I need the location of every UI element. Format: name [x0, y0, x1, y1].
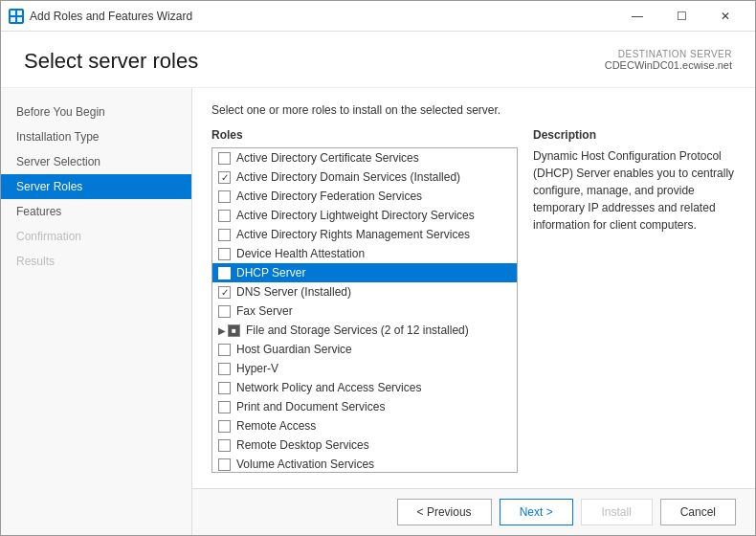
header-section: Select server roles DESTINATION SERVER C…	[1, 32, 755, 88]
checkbox-fax[interactable]	[218, 305, 231, 318]
next-button[interactable]: Next >	[500, 499, 573, 525]
page-title: Select server roles	[24, 49, 198, 74]
role-label-print-doc: Print and Document Services	[236, 400, 385, 413]
checkbox-remote-desktop[interactable]	[218, 439, 231, 452]
role-item-ad-domain[interactable]: Active Directory Domain Services (Instal…	[212, 168, 517, 187]
role-label-network-policy: Network Policy and Access Services	[236, 381, 421, 394]
roles-section: Roles Active Directory Certificate Servi…	[211, 128, 518, 473]
expand-icon-file-storage: ▶	[218, 325, 226, 336]
role-label-ad-domain: Active Directory Domain Services (Instal…	[236, 170, 460, 184]
svg-rect-0	[11, 11, 15, 15]
minimize-button[interactable]: —	[615, 1, 659, 32]
role-item-remote-access[interactable]: Remote Access	[212, 416, 517, 436]
app-icon	[9, 9, 24, 24]
window-title: Add Roles and Features Wizard	[30, 10, 615, 23]
footer: < Previous Next > Install Cancel	[192, 488, 755, 535]
role-label-hyper-v: Hyper-V	[236, 362, 278, 375]
sidebar-item-confirmation: Confirmation	[1, 224, 191, 249]
role-item-volume-activation[interactable]: Volume Activation Services	[212, 455, 517, 473]
panel-content: Select one or more roles to install on t…	[192, 88, 755, 488]
main-body: Before You Begin Installation Type Serve…	[1, 88, 755, 535]
checkbox-ad-federation[interactable]	[218, 190, 231, 203]
checkbox-ad-rights[interactable]	[218, 229, 231, 241]
checkbox-remote-access[interactable]	[218, 420, 231, 433]
sidebar-item-server-selection[interactable]: Server Selection	[1, 149, 191, 174]
role-item-ad-cert[interactable]: Active Directory Certificate Services	[212, 148, 517, 168]
destination-server-name: CDECWinDC01.ecwise.net	[605, 59, 732, 71]
sidebar-item-results: Results	[1, 249, 191, 274]
role-item-print-doc[interactable]: Print and Document Services	[212, 397, 517, 416]
role-item-remote-desktop[interactable]: Remote Desktop Services	[212, 436, 517, 455]
sidebar-item-installation-type[interactable]: Installation Type	[1, 124, 191, 149]
checkbox-ad-cert[interactable]	[218, 152, 231, 165]
role-label-ad-rights: Active Directory Rights Management Servi…	[236, 228, 470, 241]
role-item-dns[interactable]: DNS Server (Installed)	[212, 282, 517, 302]
description-body: Dynamic Host Configuration Protocol (DHC…	[533, 147, 736, 234]
svg-rect-3	[17, 17, 22, 22]
sidebar-item-server-roles[interactable]: Server Roles	[1, 174, 191, 199]
role-label-remote-desktop: Remote Desktop Services	[236, 438, 369, 452]
role-item-file-storage[interactable]: ▶ File and Storage Services (2 of 12 ins…	[212, 321, 517, 340]
description-label: Description	[533, 128, 736, 142]
destination-label: DESTINATION SERVER	[605, 49, 732, 59]
window-controls: — ☐ ✕	[615, 1, 747, 32]
two-column-layout: Roles Active Directory Certificate Servi…	[211, 128, 736, 473]
cancel-button[interactable]: Cancel	[660, 499, 736, 525]
role-item-network-policy[interactable]: Network Policy and Access Services	[212, 378, 517, 397]
sidebar-item-before-you-begin[interactable]: Before You Begin	[1, 100, 191, 124]
panel-description-text: Select one or more roles to install on t…	[211, 103, 736, 117]
role-label-ad-federation: Active Directory Federation Services	[236, 190, 422, 203]
destination-server-info: DESTINATION SERVER CDECWinDC01.ecwise.ne…	[605, 49, 732, 71]
sidebar-item-features[interactable]: Features	[1, 199, 191, 224]
checkbox-volume-activation[interactable]	[218, 458, 231, 471]
role-label-volume-activation: Volume Activation Services	[236, 458, 374, 471]
role-item-host-guardian[interactable]: Host Guardian Service	[212, 340, 517, 359]
role-item-ad-lightweight[interactable]: Active Directory Lightweight Directory S…	[212, 206, 517, 225]
role-label-ad-cert: Active Directory Certificate Services	[236, 151, 419, 165]
role-label-device-health: Device Health Attestation	[236, 247, 365, 260]
role-label-file-storage: File and Storage Services (2 of 12 insta…	[246, 324, 469, 337]
role-item-hyper-v[interactable]: Hyper-V	[212, 359, 517, 378]
install-button: Install	[581, 499, 653, 525]
role-label-dns: DNS Server (Installed)	[236, 285, 351, 299]
role-label-dhcp: DHCP Server	[236, 266, 305, 279]
roles-label: Roles	[211, 128, 518, 142]
role-item-ad-rights[interactable]: Active Directory Rights Management Servi…	[212, 225, 517, 244]
title-bar: Add Roles and Features Wizard — ☐ ✕	[1, 1, 755, 32]
checkbox-file-storage[interactable]	[228, 324, 240, 337]
role-label-host-guardian: Host Guardian Service	[236, 343, 352, 356]
role-label-fax: Fax Server	[236, 304, 293, 318]
role-label-remote-access: Remote Access	[236, 419, 316, 433]
checkbox-dhcp[interactable]	[218, 267, 231, 279]
checkbox-ad-lightweight[interactable]	[218, 210, 231, 222]
content-area: Select server roles DESTINATION SERVER C…	[1, 32, 755, 535]
role-item-dhcp[interactable]: DHCP Server	[212, 263, 517, 282]
checkbox-dns[interactable]	[218, 286, 231, 299]
role-label-ad-lightweight: Active Directory Lightweight Directory S…	[236, 209, 475, 222]
checkbox-host-guardian[interactable]	[218, 344, 231, 356]
svg-rect-2	[11, 17, 15, 22]
role-item-ad-federation[interactable]: Active Directory Federation Services	[212, 187, 517, 206]
roles-list-container[interactable]: Active Directory Certificate Services Ac…	[211, 147, 518, 473]
previous-button[interactable]: < Previous	[397, 499, 492, 525]
role-item-fax[interactable]: Fax Server	[212, 302, 517, 321]
checkbox-device-health[interactable]	[218, 248, 231, 260]
main-window: Add Roles and Features Wizard — ☐ ✕ Sele…	[0, 0, 756, 536]
checkbox-print-doc[interactable]	[218, 401, 231, 413]
svg-rect-1	[17, 11, 22, 15]
checkbox-network-policy[interactable]	[218, 382, 231, 394]
checkbox-ad-domain[interactable]	[218, 171, 231, 184]
sidebar: Before You Begin Installation Type Serve…	[1, 88, 192, 535]
roles-list: Active Directory Certificate Services Ac…	[212, 148, 517, 473]
right-panel: Select one or more roles to install on t…	[192, 88, 755, 535]
description-section: Description Dynamic Host Configuration P…	[533, 128, 736, 473]
close-button[interactable]: ✕	[703, 1, 747, 32]
checkbox-hyper-v[interactable]	[218, 363, 231, 375]
maximize-button[interactable]: ☐	[659, 1, 703, 32]
role-item-device-health[interactable]: Device Health Attestation	[212, 244, 517, 263]
